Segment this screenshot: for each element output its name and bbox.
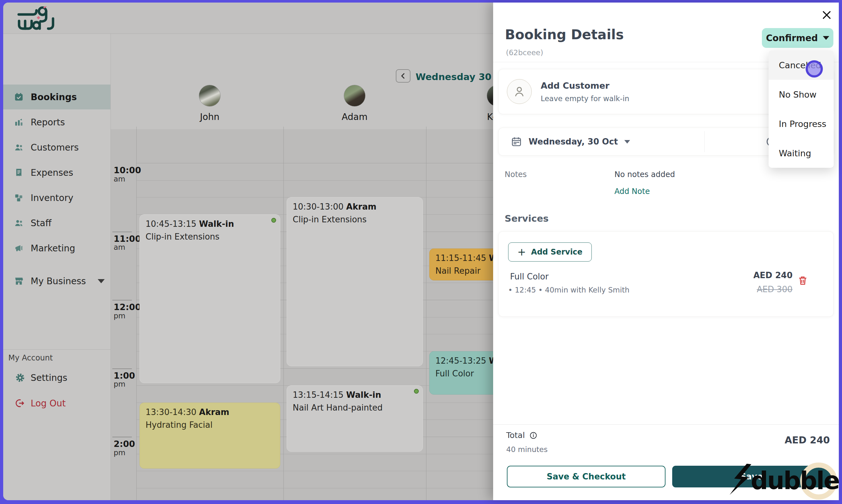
person-icon	[512, 84, 527, 99]
status-menu-item-in-progress[interactable]: In Progress	[769, 109, 834, 139]
event-customer: Akram	[199, 407, 229, 417]
status-menu: CancelledNo ShowIn ProgressWaiting	[769, 50, 834, 168]
sidebar-item-inventory[interactable]: Inventory	[3, 185, 110, 210]
time-label: 12:00pm	[113, 302, 141, 320]
staff-column-header[interactable]: Adam	[323, 85, 387, 122]
status-menu-item-no-show[interactable]: No Show	[769, 80, 834, 109]
chevron-left-icon	[399, 72, 407, 80]
services-heading: Services	[505, 213, 549, 224]
waj-logo	[17, 6, 58, 31]
calendar-event[interactable]: 10:45-13:15 Walk-inClip-in Extensions	[139, 214, 280, 383]
status-dropdown-button[interactable]: Confirmed	[762, 28, 834, 48]
event-service: Clip-in Extensions	[145, 232, 274, 241]
add-note-link[interactable]: Add Note	[614, 187, 650, 196]
cursor-indicator	[806, 60, 823, 77]
event-time: 13:15-14:15	[293, 390, 344, 400]
add-customer-title: Add Customer	[541, 81, 629, 91]
sidebar-item-bookings[interactable]: Bookings	[3, 85, 110, 109]
service-name: Full Color	[510, 272, 549, 281]
service-price: AED 240	[753, 270, 792, 280]
sidebar-item-marketing[interactable]: Marketing	[3, 236, 110, 260]
divider	[493, 424, 839, 425]
calendar-check-icon	[14, 92, 24, 102]
add-service-button[interactable]: + Add Service	[508, 242, 592, 262]
gutter-tick	[112, 368, 132, 369]
boxes-icon	[14, 193, 24, 203]
sidebar-item-staff[interactable]: Staff	[3, 211, 110, 235]
sidebar-item-my-business[interactable]: My Business	[3, 269, 110, 293]
bar-chart-icon	[14, 117, 24, 127]
account-item-label: Log Out	[31, 398, 66, 409]
time-label: 10:00am	[113, 165, 141, 183]
sidebar-item-log-out[interactable]: Log Out	[3, 393, 110, 413]
calendar-event[interactable]: 10:30-13:00 AkramClip-in Extensions	[287, 197, 423, 366]
calendar-icon	[511, 136, 522, 147]
modal-title: Booking Details	[505, 27, 624, 42]
save-checkout-button[interactable]: Save & Checkout	[507, 466, 666, 487]
customer-text: Add Customer Leave empty for walk-in	[541, 81, 629, 103]
staff-avatar	[344, 85, 366, 107]
event-time: 11:15-11:45	[435, 253, 486, 263]
customer-avatar-placeholder	[507, 79, 532, 104]
plus-icon: +	[518, 246, 526, 258]
staff-name: John	[178, 112, 242, 122]
booking-id: (62bceee)	[506, 49, 543, 57]
event-customer: Walk-in	[346, 390, 382, 400]
sidebar-item-expenses[interactable]: Expenses	[3, 160, 110, 185]
calendar-event[interactable]: 13:30-14:30 AkramHydrating Facial	[139, 402, 280, 469]
account-section-label: My Account	[8, 354, 53, 362]
gutter-tick	[112, 232, 132, 232]
dubble-logo-icon	[726, 460, 753, 500]
staff-name: Adam	[323, 112, 387, 122]
total-amount: AED 240	[785, 434, 830, 446]
info-icon[interactable]	[529, 431, 538, 439]
time-label: 11:00am	[113, 234, 141, 252]
gear-icon	[15, 373, 25, 383]
staff-column-header[interactable]: John	[178, 85, 242, 122]
sidebar-item-label: Bookings	[31, 92, 77, 102]
notes-label: Notes	[505, 170, 527, 179]
event-service: Nail Art Hand-painted	[293, 403, 417, 412]
event-time: 10:30-13:00	[293, 202, 344, 212]
sidebar-item-reports[interactable]: Reports	[3, 110, 110, 134]
service-original-price: AED 300	[757, 285, 792, 294]
service-details: • 12:45 • 40min with Kelly Smith	[508, 286, 629, 294]
gutter-tick	[112, 300, 132, 301]
sidebar-item-settings[interactable]: Settings	[3, 367, 110, 388]
sidebar-item-customers[interactable]: Customers	[3, 135, 110, 160]
caret-down-icon	[624, 140, 630, 144]
add-service-label: Add Service	[531, 248, 582, 256]
event-service: Clip-in Extensions	[293, 215, 417, 224]
sidebar-item-label: Inventory	[31, 193, 73, 203]
receipt-icon	[14, 167, 24, 178]
store-icon	[14, 276, 24, 286]
services-card: + Add Service Full Color• 12:45 • 40min …	[498, 231, 834, 317]
status-menu-item-cancelled[interactable]: Cancelled	[769, 50, 834, 80]
event-time: 10:45-13:15	[145, 219, 196, 229]
trash-icon[interactable]	[796, 274, 809, 288]
caret-down-icon	[823, 36, 829, 40]
calendar-event[interactable]: 13:15-14:15 Walk-inNail Art Hand-painted	[287, 385, 423, 452]
sidebar-item-label: My Business	[31, 276, 86, 286]
notes-empty-text: No notes added	[614, 170, 675, 179]
status-menu-item-waiting[interactable]: Waiting	[769, 139, 834, 168]
close-icon[interactable]	[820, 9, 833, 22]
megaphone-icon	[14, 243, 24, 253]
date-field[interactable]: Wednesday, 30 Oct	[498, 128, 703, 155]
divider	[3, 349, 110, 349]
total-row: Total	[506, 431, 538, 440]
sidebar-item-label: Customers	[31, 142, 79, 153]
event-time: 13:30-14:30	[145, 407, 196, 417]
sidebar-item-label: Expenses	[31, 167, 73, 178]
column-divider	[283, 127, 284, 500]
event-time: 12:45-13:25	[435, 356, 486, 365]
gutter-tick	[112, 437, 132, 437]
previous-day-button[interactable]	[396, 69, 410, 83]
event-service: Hydrating Facial	[145, 420, 274, 430]
status-dot-icon	[414, 389, 419, 394]
app-window: BookingsReportsCustomersExpensesInventor…	[0, 0, 842, 504]
sidebar-item-label: Reports	[31, 117, 65, 128]
users-icon	[14, 142, 24, 152]
sidebar-item-label: Staff	[31, 218, 51, 228]
chevron-down-icon	[98, 279, 105, 283]
